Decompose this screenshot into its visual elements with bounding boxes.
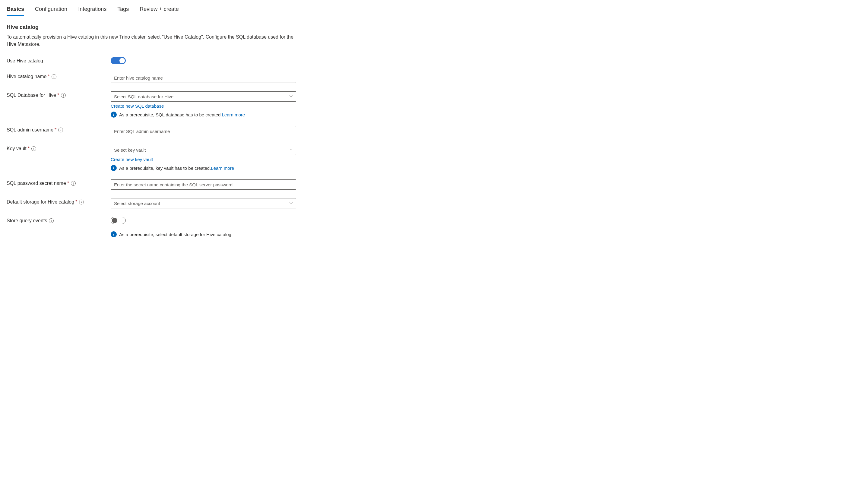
sql-database-select[interactable]: Select SQL database for Hive — [111, 91, 296, 102]
create-sql-database-link[interactable]: Create new SQL database — [111, 103, 164, 108]
toggle-knob-icon — [112, 218, 117, 223]
info-icon[interactable]: i — [61, 93, 66, 98]
tab-tags[interactable]: Tags — [117, 6, 129, 16]
key-vault-label: Key vault * i — [7, 145, 111, 151]
sql-admin-username-label: SQL admin username * i — [7, 126, 111, 133]
section-title: Hive catalog — [7, 24, 862, 30]
tab-configuration[interactable]: Configuration — [35, 6, 67, 16]
sql-admin-username-input[interactable] — [111, 126, 296, 136]
tab-integrations[interactable]: Integrations — [78, 6, 106, 16]
store-query-events-info: As a prerequisite, select default storag… — [119, 232, 232, 237]
sql-database-learn-more-link[interactable]: Learn more — [222, 112, 245, 117]
info-icon[interactable]: i — [79, 200, 84, 204]
tab-basics[interactable]: Basics — [7, 6, 24, 16]
info-badge-icon: i — [111, 165, 117, 171]
store-query-events-toggle[interactable] — [111, 217, 126, 224]
sql-password-secret-label: SQL password secret name * i — [7, 180, 111, 186]
hive-catalog-name-label: Hive catalog name * i — [7, 73, 111, 79]
create-key-vault-link[interactable]: Create new key vault — [111, 157, 153, 162]
key-vault-learn-more-link[interactable]: Learn more — [211, 166, 234, 171]
sql-database-label: SQL Database for Hive * i — [7, 91, 111, 98]
store-query-events-label: Store query events i — [7, 217, 111, 223]
required-asterisk: * — [28, 146, 30, 151]
info-icon[interactable]: i — [52, 74, 56, 79]
required-asterisk: * — [75, 199, 77, 205]
required-asterisk: * — [48, 74, 50, 79]
use-hive-catalog-label: Use Hive catalog — [7, 57, 111, 64]
sql-database-info-text: As a prerequisite, SQL database has to b… — [119, 112, 245, 117]
sql-password-secret-input[interactable] — [111, 180, 296, 190]
default-storage-select[interactable]: Select storage account — [111, 198, 296, 208]
info-icon[interactable]: i — [71, 181, 76, 186]
info-icon[interactable]: i — [31, 146, 36, 151]
required-asterisk: * — [57, 93, 59, 98]
info-icon[interactable]: i — [49, 218, 54, 223]
default-storage-label: Default storage for Hive catalog * i — [7, 198, 111, 205]
required-asterisk: * — [67, 181, 69, 186]
tabs-bar: Basics Configuration Integrations Tags R… — [7, 6, 862, 16]
section-description: To automatically provision a Hive catalo… — [7, 33, 296, 48]
required-asterisk: * — [55, 127, 56, 133]
toggle-knob-icon — [119, 58, 125, 63]
key-vault-info-text: As a prerequisite, key vault has to be c… — [119, 166, 234, 171]
tab-review-create[interactable]: Review + create — [140, 6, 179, 16]
info-badge-icon: i — [111, 111, 117, 118]
use-hive-catalog-toggle[interactable] — [111, 57, 126, 64]
info-badge-icon: i — [111, 231, 117, 237]
hive-catalog-name-input[interactable] — [111, 73, 296, 83]
info-icon[interactable]: i — [58, 128, 63, 132]
key-vault-select[interactable]: Select key vault — [111, 145, 296, 155]
